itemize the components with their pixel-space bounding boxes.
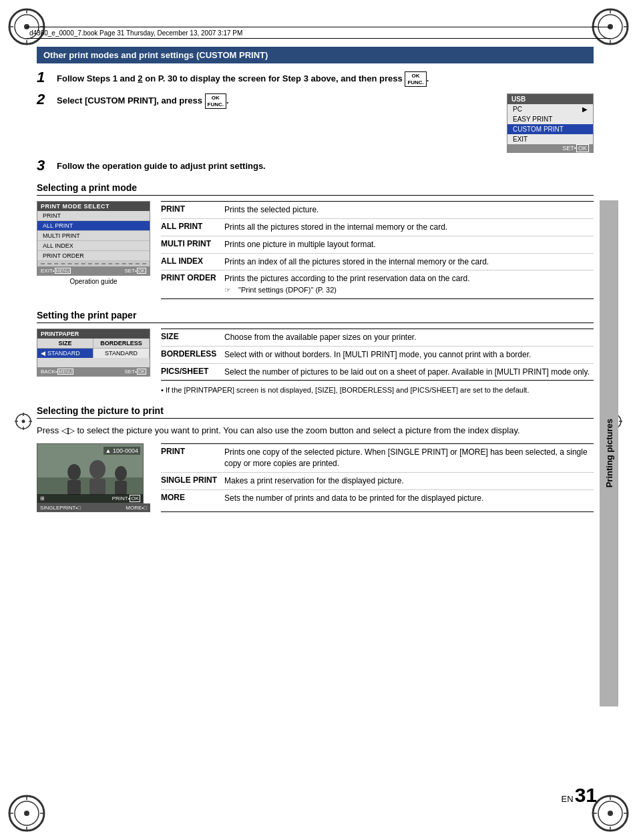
pp-footer-right: SET•OK: [125, 369, 146, 375]
print-mode-area: PRINT MODE SELECT PRINT ALL PRINT MULTI …: [37, 201, 594, 299]
sp-desc-more: Sets the number of prints and data to be…: [224, 493, 483, 504]
svg-point-23: [608, 811, 613, 816]
pm-box: PRINT MODE SELECT PRINT ALL PRINT MULTI …: [37, 201, 150, 276]
info-desc-multi-print: Prints one picture in multiple layout fo…: [224, 239, 376, 250]
pp-label-borderless: BORDERLESS: [161, 349, 224, 359]
step-3-text: Follow the operation guide to adjust pri…: [57, 161, 266, 171]
usb-screenshot: USB PC▶ EASY PRINT CUSTOM PRINT EXIT SET…: [507, 93, 594, 153]
usb-item-custom-print: CUSTOM PRINT: [507, 124, 593, 134]
info-row-all-print: ALL PRINT Prints all the pictures stored…: [161, 219, 594, 236]
sp-label-more: MORE: [161, 493, 224, 502]
info-row-all-index: ALL INDEX Prints an index of all the pic…: [161, 254, 594, 271]
pic-bottom-bar: SINGLEPRINT•□ MORE•□: [37, 503, 150, 512]
crosshair-left: [15, 413, 32, 430]
info-desc-all-print: Prints all the pictures stored in the in…: [224, 222, 447, 233]
sp-label-print: PRINT: [161, 447, 224, 456]
sp-desc-single-print: Makes a print reservation for the displa…: [224, 475, 404, 487]
info-desc-all-index: Prints an index of all the pictures stor…: [224, 256, 489, 268]
usb-title: USB: [507, 94, 593, 104]
pp-screenshot: PRINTPAPER SIZE BORDERLESS ◀STANDARD STA…: [37, 329, 150, 396]
step-1-text: Follow Steps 1 and 2 on P. 30 to display…: [57, 73, 405, 83]
pp-data-row: ◀STANDARD STANDARD: [37, 349, 150, 358]
pic-single-print: SINGLEPRINT•□: [40, 505, 81, 511]
pm-title: PRINT MODE SELECT: [37, 202, 150, 211]
print-paper-table-wrap: SIZE Choose from the available paper siz…: [161, 329, 594, 396]
pp-row-size: SIZE Choose from the available paper siz…: [161, 329, 594, 347]
header-text: d4360_e_0000_7.book Page 31 Thursday, De…: [29, 29, 242, 37]
corner-decoration-bl: [7, 793, 47, 833]
section-header: Other print modes and print settings (CU…: [37, 47, 594, 63]
svg-rect-43: [67, 480, 81, 495]
print-order-ref: ☞ "Print settings (DPOF)" (P. 32): [224, 286, 337, 294]
step-1-number: 1: [37, 70, 57, 85]
usb-item-easy-print: EASY PRINT: [507, 114, 593, 124]
sidebar-label-text: Printing pictures: [604, 419, 614, 487]
ok-func-button-2: OKFUNC.: [205, 93, 226, 109]
picture-area: ▲ 100-0004 ⊞ PRINT•OK SINGLEPRINT•□ MORE…: [37, 443, 594, 512]
print-mode-heading: Selecting a print mode: [37, 182, 594, 196]
step-3-number: 3: [37, 158, 57, 173]
pm-footer: EXIT•MENU SET•OK: [37, 266, 150, 275]
select-picture-table: PRINT Prints one copy of the selected pi…: [161, 443, 594, 512]
svg-rect-45: [89, 479, 105, 495]
sp-row-more: MORE Sets the number of prints and data …: [161, 490, 594, 507]
info-label-print: PRINT: [161, 204, 224, 214]
pic-overlay: ⊞ PRINT•OK: [37, 494, 143, 503]
page-number-area: EN 31: [562, 784, 597, 807]
pp-label-size: SIZE: [161, 332, 224, 341]
sp-desc-print: Prints one copy of the selected picture.…: [224, 447, 594, 469]
pp-row-pics-sheet: PICS/SHEET Select the number of pictures…: [161, 364, 594, 381]
print-paper-heading: Setting the print paper: [37, 310, 594, 323]
pic-icon: ⊞: [40, 495, 45, 501]
info-row-print-order: PRINT ORDER Prints the pictures accordin…: [161, 270, 594, 298]
pp-footer: BACK•MENU SET•OK: [37, 367, 150, 376]
page-number: 31: [575, 784, 597, 807]
pp-box: PRINTPAPER SIZE BORDERLESS ◀STANDARD STA…: [37, 329, 150, 377]
info-label-all-print: ALL PRINT: [161, 222, 224, 231]
pp-desc-borderless: Select with or without borders. In [MULT…: [224, 349, 531, 361]
pic-print-ok: PRINT•OK: [112, 495, 140, 501]
pic-more: MORE•□: [126, 505, 147, 511]
en-label: EN: [562, 794, 574, 804]
step-2: 2 Select [CUSTOM PRINT], and press OKFUN…: [37, 93, 493, 109]
sp-row-single-print: SINGLE PRINT Makes a print reservation f…: [161, 473, 594, 490]
info-row-multi-print: MULTI PRINT Prints one picture in multip…: [161, 236, 594, 254]
step-1-content: Follow Steps 1 and 2 on P. 30 to display…: [57, 71, 594, 87]
pp-col2-header: BORDERLESS: [93, 339, 150, 348]
pp-col1-header: SIZE: [37, 339, 93, 348]
select-picture-heading: Selecting the picture to print: [37, 405, 594, 419]
info-label-multi-print: MULTI PRINT: [161, 239, 224, 248]
pp-footer-left: BACK•MENU: [41, 369, 73, 375]
pic-img-box: ▲ 100-0004 ⊞ PRINT•OK: [37, 443, 144, 503]
pm-item-all-print: ALL PRINT: [37, 221, 150, 231]
svg-point-42: [67, 464, 81, 480]
pm-footer-left: EXIT•MENU: [41, 268, 71, 274]
step-3-content: Follow the operation guide to adjust pri…: [57, 160, 594, 173]
header-bar: d4360_e_0000_7.book Page 31 Thursday, De…: [27, 27, 610, 39]
svg-point-44: [89, 460, 105, 479]
step-2-content: Select [CUSTOM PRINT], and press OKFUNC.…: [57, 93, 493, 109]
info-desc-print: Prints the selected picture.: [224, 204, 318, 216]
svg-rect-47: [115, 481, 127, 495]
step-1: 1 Follow Steps 1 and 2 on P. 30 to displ…: [37, 71, 594, 87]
info-desc-print-order: Prints the pictures according to the pri…: [224, 273, 470, 296]
pic-screenshot: ▲ 100-0004 ⊞ PRINT•OK SINGLEPRINT•□ MORE…: [37, 443, 150, 512]
info-label-all-index: ALL INDEX: [161, 256, 224, 266]
pp-header-row: SIZE BORDERLESS: [37, 339, 150, 349]
svg-point-33: [22, 420, 25, 423]
pp-desc-size: Choose from the available paper sizes on…: [224, 332, 417, 343]
info-row-print: PRINT Prints the selected picture.: [161, 202, 594, 219]
pm-item-print: PRINT: [37, 211, 150, 221]
usb-footer: SET•OK: [507, 144, 593, 152]
main-content: Other print modes and print settings (CU…: [37, 47, 594, 512]
info-label-print-order: PRINT ORDER: [161, 273, 224, 282]
print-mode-screenshot: PRINT MODE SELECT PRINT ALL PRINT MULTI …: [37, 201, 150, 299]
sidebar-label: Printing pictures: [600, 200, 618, 706]
svg-point-16: [24, 811, 29, 816]
pp-row-borderless: BORDERLESS Select with or without border…: [161, 347, 594, 364]
usb-item-pc: PC▶: [507, 104, 593, 114]
ok-func-button-1: OKFUNC.: [405, 71, 426, 87]
pp-label-pics-sheet: PICS/SHEET: [161, 367, 224, 376]
section-title: Other print modes and print settings (CU…: [43, 50, 268, 60]
pm-item-print-order: PRINT ORDER: [37, 251, 150, 261]
